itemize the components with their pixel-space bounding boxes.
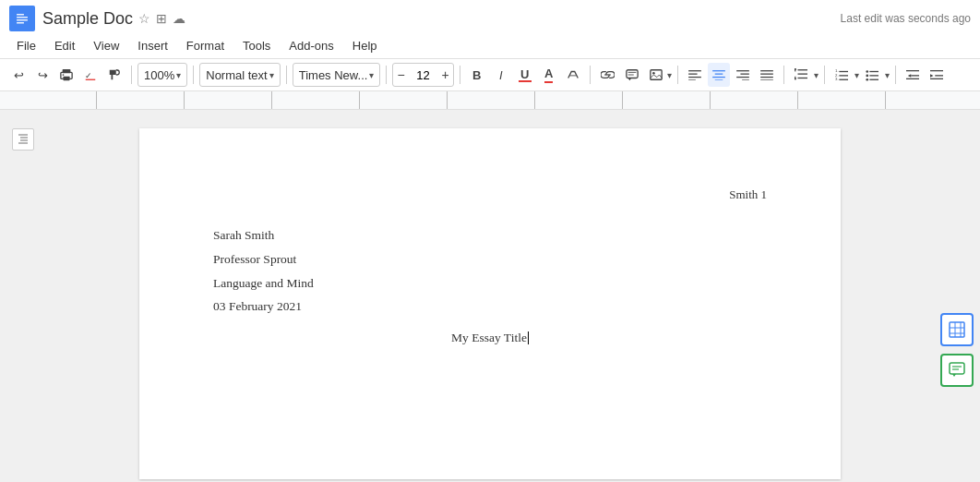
left-sidebar [0, 110, 46, 481]
image-dropdown-icon[interactable]: ▾ [667, 70, 672, 80]
svg-rect-59 [950, 322, 964, 337]
svg-point-43 [866, 70, 868, 73]
folder-icon[interactable]: ⊞ [156, 11, 167, 26]
main-area: Smith 1 Sarah Smith Professor Sprout Lan… [0, 110, 980, 481]
svg-rect-7 [64, 77, 70, 80]
menu-format[interactable]: Format [179, 35, 232, 56]
doc-title: Sample Doc [42, 9, 133, 29]
svg-rect-1 [17, 14, 24, 16]
menu-file[interactable]: File [9, 35, 43, 56]
style-chevron: ▾ [269, 70, 274, 80]
line-spacing-button[interactable] [790, 63, 812, 87]
menu-bar: File Edit View Insert Format Tools Add-o… [0, 33, 980, 59]
svg-rect-2 [17, 17, 28, 18]
outline-icon[interactable] [12, 128, 34, 151]
menu-addons[interactable]: Add-ons [281, 35, 341, 56]
document-page: Smith 1 Sarah Smith Professor Sprout Lan… [139, 128, 841, 479]
spellcheck-button[interactable]: ✓ [79, 63, 102, 87]
header-text: Smith 1 [729, 187, 767, 201]
title-bar: Sample Doc ☆ ⊞ ☁ Last edit was seconds a… [0, 0, 980, 33]
svg-point-45 [866, 75, 868, 78]
underline-button[interactable]: U [514, 63, 536, 87]
zoom-dropdown[interactable]: 100% ▾ [137, 63, 187, 87]
author-name: Sarah Smith [213, 223, 767, 247]
numbered-list-button[interactable]: 1.2.3. [831, 63, 853, 87]
add-table-button[interactable] [940, 313, 974, 346]
zoom-chevron: ▾ [176, 70, 181, 80]
svg-text:3.: 3. [835, 77, 839, 81]
font-decrease-button[interactable]: − [393, 64, 408, 86]
page-area: Smith 1 Sarah Smith Professor Sprout Lan… [46, 110, 934, 481]
separator-4 [386, 66, 387, 84]
separator-2 [193, 66, 194, 84]
star-icon[interactable]: ☆ [138, 11, 150, 26]
link-button[interactable] [596, 63, 619, 87]
separator-3 [286, 66, 287, 84]
menu-edit[interactable]: Edit [47, 35, 82, 56]
separator-7 [677, 66, 678, 84]
numbered-list-chevron[interactable]: ▾ [855, 70, 859, 80]
bullet-list-chevron[interactable]: ▾ [885, 70, 890, 80]
title-area: Sample Doc ☆ ⊞ ☁ [42, 9, 833, 29]
doc-icon [9, 6, 35, 31]
style-dropdown[interactable]: Normal text ▾ [199, 63, 280, 87]
svg-rect-64 [950, 363, 964, 374]
separator-10 [895, 66, 896, 84]
right-sidebar [934, 110, 980, 481]
print-button[interactable] [55, 63, 78, 87]
image-button[interactable] [645, 63, 667, 87]
menu-help[interactable]: Help [345, 35, 385, 56]
course-name: Language and Mind [213, 271, 767, 295]
svg-rect-0 [14, 9, 30, 28]
bullet-list-button[interactable] [861, 63, 883, 87]
comment-button[interactable] [621, 63, 643, 87]
menu-tools[interactable]: Tools [235, 35, 278, 56]
svg-rect-3 [17, 19, 28, 21]
italic-button[interactable]: I [490, 63, 512, 87]
cloud-icon[interactable]: ☁ [173, 11, 185, 26]
date: 03 February 2021 [213, 295, 767, 319]
separator-1 [131, 66, 132, 84]
line-spacing-chevron[interactable]: ▾ [814, 70, 819, 80]
font-size-input[interactable] [410, 68, 437, 82]
align-justify-button[interactable] [756, 63, 778, 87]
font-size-area: − + [392, 63, 453, 87]
svg-rect-13 [627, 70, 638, 78]
separator-5 [460, 66, 460, 84]
separator-9 [824, 66, 825, 84]
align-left-button[interactable] [684, 63, 706, 87]
bold-button[interactable]: B [466, 63, 488, 87]
font-increase-button[interactable]: + [438, 64, 453, 86]
professor-name: Professor Sprout [213, 247, 767, 271]
svg-rect-8 [63, 74, 65, 76]
add-comment-button[interactable] [940, 354, 974, 387]
align-right-button[interactable] [732, 63, 754, 87]
separator-8 [783, 66, 784, 84]
menu-view[interactable]: View [86, 35, 126, 56]
svg-rect-4 [17, 22, 24, 24]
svg-point-47 [866, 78, 868, 81]
page-content[interactable]: Sarah Smith Professor Sprout Language an… [213, 223, 767, 349]
ruler [0, 91, 980, 110]
separator-6 [590, 66, 591, 84]
zoom-value: 100% [144, 68, 174, 82]
paint-format-button[interactable] [103, 63, 125, 87]
highlight-button[interactable] [562, 63, 584, 87]
style-value: Normal text [206, 68, 267, 82]
ruler-inner [9, 91, 971, 109]
font-dropdown[interactable]: Times New... ▾ [293, 63, 381, 87]
text-cursor [528, 331, 529, 344]
essay-title: My Essay Title [213, 326, 767, 350]
redo-button[interactable]: ↪ [31, 63, 54, 87]
undo-button[interactable]: ↩ [7, 63, 30, 87]
font-value: Times New... [299, 68, 368, 82]
align-center-button[interactable] [708, 63, 730, 87]
underline-icon: U [519, 68, 532, 82]
menu-insert[interactable]: Insert [130, 35, 175, 56]
svg-rect-16 [651, 70, 662, 80]
indent-increase-button[interactable] [926, 63, 948, 87]
indent-decrease-button[interactable] [902, 63, 924, 87]
svg-text:✓: ✓ [85, 71, 92, 80]
text-color-button[interactable]: A [538, 63, 560, 87]
font-chevron: ▾ [369, 70, 374, 80]
